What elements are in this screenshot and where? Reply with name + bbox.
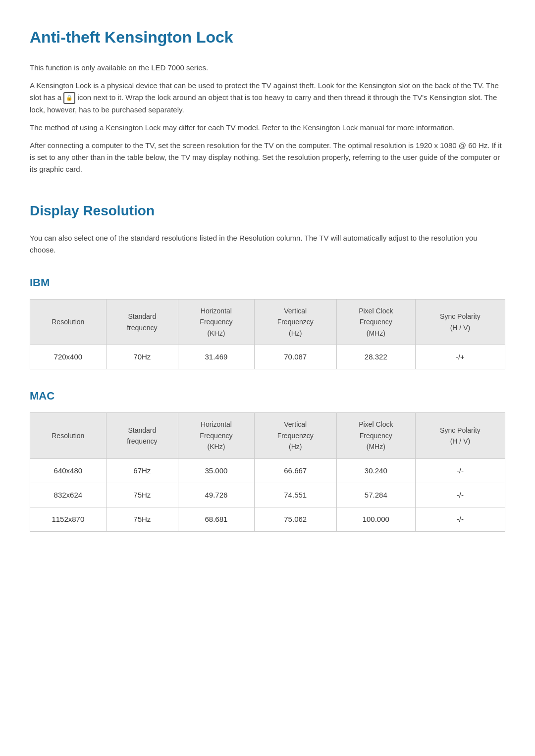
mac-table: Resolution Standardfrequency HorizontalF…	[30, 412, 505, 531]
table-cell: 100.000	[336, 507, 415, 531]
antitheft-para2-part2: icon next to it. Wrap the lock around an…	[30, 93, 497, 114]
mac-col-sync-polarity: Sync Polarity(H / V)	[415, 413, 505, 458]
antitheft-para2: A Kensington Lock is a physical device t…	[30, 80, 505, 116]
table-cell: -/-	[415, 483, 505, 507]
mac-col-standard-freq: Standardfrequency	[106, 413, 178, 458]
table-cell: 67Hz	[106, 458, 178, 483]
table-cell: -/+	[415, 345, 505, 369]
table-cell: 28.322	[336, 345, 415, 369]
antitheft-para3: The method of using a Kensington Lock ma…	[30, 122, 505, 134]
mac-section: MAC Resolution Standardfrequency Horizon…	[30, 387, 505, 531]
table-cell: 75Hz	[106, 483, 178, 507]
table-cell: 57.284	[336, 483, 415, 507]
antitheft-section: Anti-theft Kensington Lock This function…	[30, 25, 505, 175]
mac-col-horiz-freq: HorizontalFrequency(KHz)	[178, 413, 255, 458]
table-cell: 640x480	[30, 458, 107, 483]
antitheft-title: Anti-theft Kensington Lock	[30, 25, 505, 50]
table-row: 720x40070Hz31.46970.08728.322-/+	[30, 345, 505, 369]
table-cell: -/-	[415, 458, 505, 483]
ibm-col-pixel-clock: Pixel ClockFrequency(MHz)	[336, 300, 415, 345]
table-cell: 75.062	[254, 507, 336, 531]
mac-table-header-row: Resolution Standardfrequency HorizontalF…	[30, 413, 505, 458]
table-cell: 832x624	[30, 483, 107, 507]
ibm-col-horiz-freq: HorizontalFrequency(KHz)	[178, 300, 255, 345]
table-cell: 70Hz	[106, 345, 178, 369]
ibm-table-header-row: Resolution Standardfrequency HorizontalF…	[30, 300, 505, 345]
ibm-col-standard-freq: Standardfrequency	[106, 300, 178, 345]
ibm-table: Resolution Standardfrequency HorizontalF…	[30, 299, 505, 369]
ibm-col-sync-polarity: Sync Polarity(H / V)	[415, 300, 505, 345]
mac-col-pixel-clock: Pixel ClockFrequency(MHz)	[336, 413, 415, 458]
ibm-col-vert-freq: VerticalFrequenzcy(Hz)	[254, 300, 336, 345]
antitheft-para4: After connecting a computer to the TV, s…	[30, 140, 505, 175]
ibm-col-resolution: Resolution	[30, 300, 107, 345]
table-cell: 30.240	[336, 458, 415, 483]
table-cell: 49.726	[178, 483, 255, 507]
ibm-section: IBM Resolution Standardfrequency Horizon…	[30, 274, 505, 369]
kensington-icon: 🔒	[63, 92, 75, 104]
table-cell: 1152x870	[30, 507, 107, 531]
table-cell: 70.087	[254, 345, 336, 369]
mac-col-resolution: Resolution	[30, 413, 107, 458]
mac-col-vert-freq: VerticalFrequenzcy(Hz)	[254, 413, 336, 458]
display-resolution-title: Display Resolution	[30, 200, 505, 222]
table-row: 1152x87075Hz68.68175.062100.000-/-	[30, 507, 505, 531]
table-row: 640x48067Hz35.00066.66730.240-/-	[30, 458, 505, 483]
table-cell: 75Hz	[106, 507, 178, 531]
display-resolution-intro: You can also select one of the standard …	[30, 232, 505, 256]
table-cell: 66.667	[254, 458, 336, 483]
table-cell: 720x400	[30, 345, 107, 369]
antitheft-content: This function is only available on the L…	[30, 62, 505, 175]
table-cell: 74.551	[254, 483, 336, 507]
table-cell: 31.469	[178, 345, 255, 369]
table-cell: -/-	[415, 507, 505, 531]
display-resolution-section: Display Resolution You can also select o…	[30, 200, 505, 532]
mac-heading: MAC	[30, 387, 505, 404]
table-cell: 35.000	[178, 458, 255, 483]
table-row: 832x62475Hz49.72674.55157.284-/-	[30, 483, 505, 507]
ibm-heading: IBM	[30, 274, 505, 291]
antitheft-para1: This function is only available on the L…	[30, 62, 505, 74]
table-cell: 68.681	[178, 507, 255, 531]
